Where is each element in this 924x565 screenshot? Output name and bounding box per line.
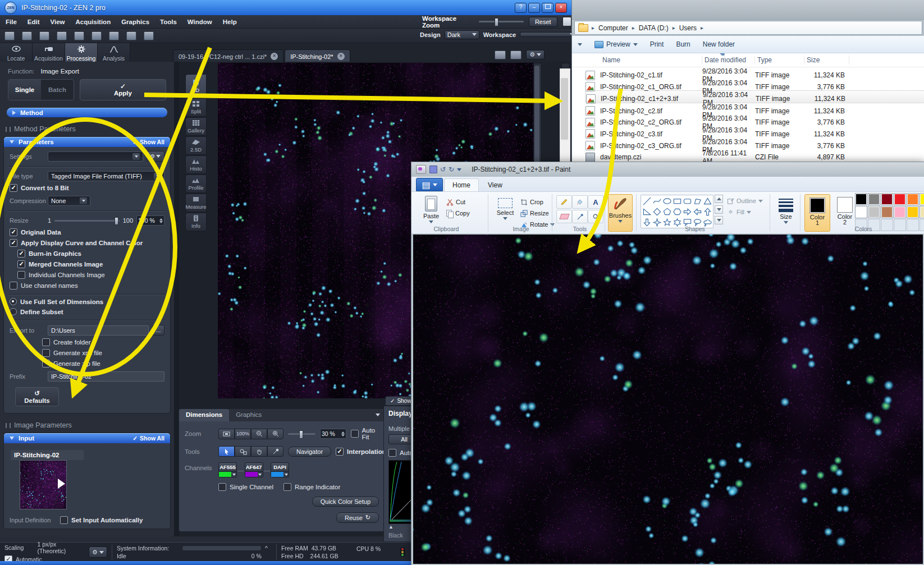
column-name[interactable]: Name [600,56,702,65]
table-row[interactable]: IP-Stitching-02_c1+2+3.tif9/28/2016 3:04… [585,90,924,103]
workspace-zoom-slider[interactable] [479,21,524,22]
menu-tools[interactable]: Tools [160,19,177,25]
organize-chevron-icon[interactable] [578,43,582,46]
collapse-icon[interactable] [376,414,380,416]
cut-button[interactable]: Cut [446,197,465,206]
pentagon-shape[interactable] [662,206,672,217]
zoom-in-button[interactable] [267,429,283,439]
view-tab-25d[interactable]: 2.5D [185,136,207,155]
browse-button[interactable]: ... [152,325,164,336]
range-indicator-checkbox[interactable]: Range Indicator [283,483,340,491]
tab-view[interactable]: View [480,179,510,191]
redo-icon[interactable]: ↻ [449,166,454,173]
arrow-down-shape[interactable] [642,217,652,227]
minimize-button[interactable]: – [528,3,540,13]
breadcrumb-item[interactable]: Computer [598,24,628,32]
zoom-percent-spinner[interactable]: 30 % [320,429,346,439]
menu-acquisition[interactable]: Acquisition [76,19,111,25]
create-folder-checkbox[interactable]: Create folder [42,338,164,346]
convert-8bit-checkbox[interactable]: ✓Convert to 8 Bit [10,184,164,192]
menu-view[interactable]: View [51,19,65,25]
resize-button[interactable]: Resize [520,209,549,218]
table-row[interactable]: IP-Stitching-02_c2_ORG.tif9/28/2016 3:04… [585,114,924,126]
arrow-left-shape[interactable] [693,206,702,217]
defaults-button[interactable]: ↺ Defaults [15,387,59,406]
paint-menu-button[interactable]: ▤ [416,178,443,191]
scaling-gear-button[interactable]: ⚙ [89,546,107,558]
shapes-scroll-up[interactable] [715,195,723,203]
ruler-icon[interactable] [126,31,136,40]
undo-icon[interactable]: ↺ [440,166,446,173]
channel-color-caret[interactable] [231,472,236,477]
palette-swatch[interactable] [907,193,919,205]
tab-locate[interactable]: Locate [0,43,33,63]
new-document-icon[interactable] [4,31,15,40]
palette-swatch[interactable] [920,206,924,218]
method-section-bar[interactable]: Method [7,108,167,117]
menu-window[interactable]: Window [187,19,212,25]
eyedropper-tool[interactable] [572,210,588,223]
navigator-button[interactable]: Navigator [288,447,331,457]
settings-gear-button[interactable]: ⚙ [147,151,164,162]
table-row[interactable]: IP-Stitching-02_c1.tif9/28/2016 3:04 PMT… [585,67,924,79]
palette-empty-slot[interactable] [920,219,924,231]
arrow-right-shape[interactable] [683,206,692,217]
use-channel-names-checkbox[interactable]: Use channel names [10,282,164,290]
paint-title-bar[interactable]: ↺ ↻ IP-Stitching-02_c1+2+3.tif - Paint [411,162,924,177]
merged-channels-checkbox[interactable]: ✓Merged Channels Image [17,260,164,268]
prefix-input[interactable]: IP-Stitching-02 [48,371,164,382]
open-icon[interactable] [22,31,32,40]
settings-select[interactable] [48,151,143,162]
close-button[interactable]: × [555,3,567,13]
paint-image-canvas[interactable] [413,235,923,564]
rectangle-shape[interactable] [673,196,682,206]
hexagon-shape[interactable] [673,206,682,217]
size-button[interactable]: Size [775,194,797,231]
channel-color-caret[interactable] [283,472,289,477]
eraser-tool[interactable] [556,210,572,223]
zoom-region-tool-button[interactable] [235,446,251,457]
channel-af555[interactable]: AF555 [218,462,237,477]
workspace-select[interactable] [520,32,577,37]
zoom-fit-button[interactable] [218,429,235,439]
new-folder-button[interactable]: New folder [703,40,735,48]
fill-tool[interactable] [572,195,588,209]
palette-swatch[interactable] [868,206,880,218]
tab-acquisition[interactable]: Acquisition [33,43,65,63]
view-tab-histo[interactable]: Histo [185,155,207,174]
design-select[interactable]: Dark [445,30,479,39]
palette-swatch[interactable] [920,193,924,205]
burn-button[interactable]: Burn [676,40,690,48]
resize-slider[interactable] [54,220,120,222]
menu-edit[interactable]: Edit [28,19,40,25]
original-data-checkbox[interactable]: ✓Original Data [10,228,164,236]
palette-swatch[interactable] [855,206,867,218]
line-shape[interactable] [642,196,652,206]
view-tab-info[interactable]: Info [185,213,207,231]
document-tab[interactable]: 09-19-16-PC12-neg ctrl ... 1.czi*× [173,49,283,63]
magnifier-tool[interactable] [588,210,603,223]
split-view-icon[interactable] [510,50,522,59]
preview-button[interactable]: Preview [594,40,638,48]
image-icon[interactable] [144,31,154,40]
layout-grid-icon[interactable] [495,50,506,59]
rounded-rectangle-shape[interactable] [683,196,692,206]
pencil-tool[interactable] [556,195,572,209]
channel-af647[interactable]: AF647 [245,462,263,477]
palette-swatch[interactable] [868,193,880,205]
column-type[interactable]: Type [755,56,804,65]
set-input-auto-checkbox[interactable]: Set Input Automatically [60,516,143,524]
shapes-more[interactable] [715,216,723,224]
menu-help[interactable]: Help [223,19,237,25]
right-triangle-shape[interactable] [642,206,652,217]
generate-zip-checkbox[interactable]: Generate zip file [42,360,164,368]
pan-tool-button[interactable] [251,446,267,457]
close-tab-icon[interactable]: × [271,53,278,60]
palette-swatch[interactable] [894,206,906,218]
view-options-gear-button[interactable]: ⚙ [526,50,545,59]
help-button[interactable]: ? [515,3,527,13]
view-tab-split[interactable]: Split [185,98,207,117]
channel-color-swatch[interactable] [219,472,231,477]
tab-dimensions[interactable]: Dimensions [179,409,229,421]
search-icon[interactable] [57,31,67,40]
